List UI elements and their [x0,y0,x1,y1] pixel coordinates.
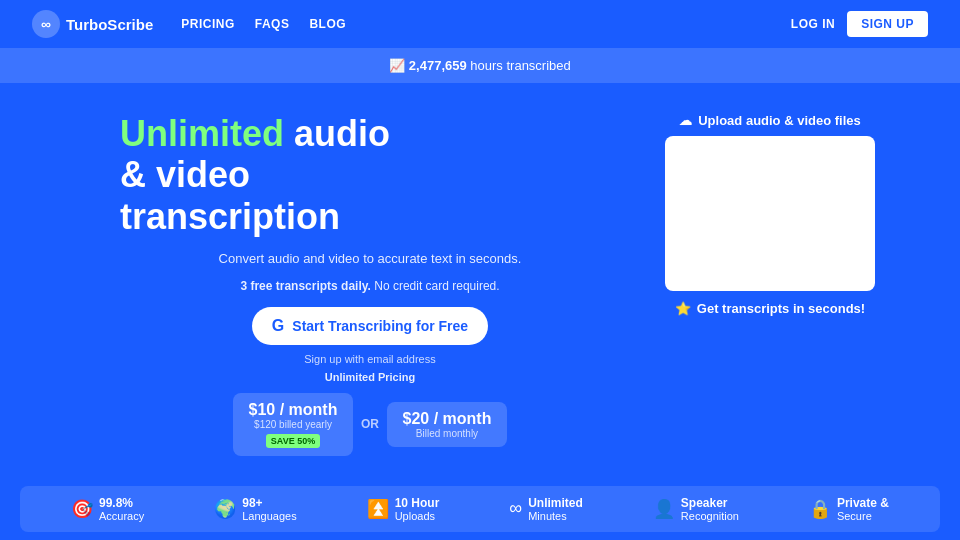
price-yearly-sub: $120 billed yearly [247,419,339,430]
price-monthly-sub: Billed monthly [401,428,493,439]
get-transcripts: ⭐ Get transcripts in seconds! [675,301,865,316]
minutes-icon: ∞ [509,498,522,519]
upload-label-text: Upload audio & video files [698,113,861,128]
stats-icon: 📈 [389,58,405,73]
nav-links: PRICING FAQS BLOG [181,17,791,31]
private-sub: Secure [837,510,872,522]
accuracy-sub: Accuracy [99,510,144,522]
login-button[interactable]: LOG IN [791,17,835,31]
languages-icon: 🌍 [214,498,236,520]
stats-count: 2,477,659 [409,58,467,73]
uploads-icon: ⏫ [367,498,389,520]
upload-label: ☁ Upload audio & video files [679,113,861,128]
logo-icon: ∞ [32,10,60,38]
stats-bar: 📈 2,477,659 hours transcribed [0,48,960,83]
hero-left: Unlimited audio & video transcription Co… [120,103,620,456]
feature-private: 🔒 Private & Secure [809,496,889,522]
headline: Unlimited audio & video transcription [120,113,620,237]
private-text: Private & Secure [837,496,889,522]
private-title: Private & [837,496,889,510]
headline-rest3: transcription [120,196,340,237]
signup-button[interactable]: SIGN UP [847,11,928,37]
headline-rest2: & video [120,154,250,195]
stats-label: hours [470,58,503,73]
logo: ∞ TurboScribe [32,10,153,38]
price-card-monthly: $20 / month Billed monthly [387,402,507,447]
or-text: OR [361,417,379,431]
unlimited-pricing-label: Unlimited Pricing [120,371,620,383]
speaker-text: Speaker Recognition [681,496,739,522]
subtext: Convert audio and video to accurate text… [120,249,620,269]
uploads-sub: Uploads [395,510,435,522]
accuracy-text: 99.8% Accuracy [99,496,144,522]
feature-languages: 🌍 98+ Languages [214,496,296,522]
btn-label: Start Transcribing for Free [292,318,468,334]
free-transcripts: 3 free transcripts daily. No credit card… [120,279,620,293]
speaker-icon: 👤 [653,498,675,520]
google-icon: G [272,317,284,335]
accuracy-icon: 🎯 [71,498,93,520]
free-rest: No credit card required. [374,279,499,293]
headline-unlimited: Unlimited [120,113,284,154]
nav-right: LOG IN SIGN UP [791,11,928,37]
star-icon: ⭐ [675,301,691,316]
feature-speaker: 👤 Speaker Recognition [653,496,739,522]
upload-icon: ☁ [679,113,692,128]
headline-rest1: audio [294,113,390,154]
pricing-row: $10 / month $120 billed yearly SAVE 50% … [120,393,620,456]
price-monthly-main: $20 / month [401,410,493,428]
logo-text: TurboScribe [66,16,153,33]
minutes-title: Unlimited [528,496,583,510]
nav-link-faqs[interactable]: FAQS [255,17,290,31]
hero-right: ☁ Upload audio & video files ⭐ Get trans… [660,103,880,316]
google-signin-button[interactable]: G Start Transcribing for Free [252,307,488,345]
navbar: ∞ TurboScribe PRICING FAQS BLOG LOG IN S… [0,0,960,48]
minutes-text: Unlimited Minutes [528,496,583,522]
accuracy-title: 99.8% [99,496,144,510]
languages-sub: Languages [242,510,296,522]
languages-title: 98+ [242,496,296,510]
nav-link-blog[interactable]: BLOG [309,17,346,31]
private-icon: 🔒 [809,498,831,520]
get-transcripts-label: Get transcripts in seconds! [697,301,865,316]
uploads-title: 10 Hour [395,496,440,510]
upload-drop-zone[interactable] [665,136,875,291]
feature-uploads: ⏫ 10 Hour Uploads [367,496,440,522]
feature-minutes: ∞ Unlimited Minutes [509,496,583,522]
uploads-text: 10 Hour Uploads [395,496,440,522]
speaker-sub: Recognition [681,510,739,522]
nav-link-pricing[interactable]: PRICING [181,17,235,31]
main-content: Unlimited audio & video transcription Co… [0,83,960,476]
price-card-yearly: $10 / month $120 billed yearly SAVE 50% [233,393,353,456]
speaker-title: Speaker [681,496,739,510]
languages-text: 98+ Languages [242,496,296,522]
sign-up-text: Sign up with email address [120,353,620,365]
feature-accuracy: 🎯 99.8% Accuracy [71,496,144,522]
stats-suffix: transcribed [506,58,570,73]
save-badge: SAVE 50% [266,434,320,448]
price-yearly-main: $10 / month [247,401,339,419]
free-bold: 3 free transcripts daily. [240,279,371,293]
minutes-sub: Minutes [528,510,567,522]
features-bar: 🎯 99.8% Accuracy 🌍 98+ Languages ⏫ 10 Ho… [20,486,940,532]
